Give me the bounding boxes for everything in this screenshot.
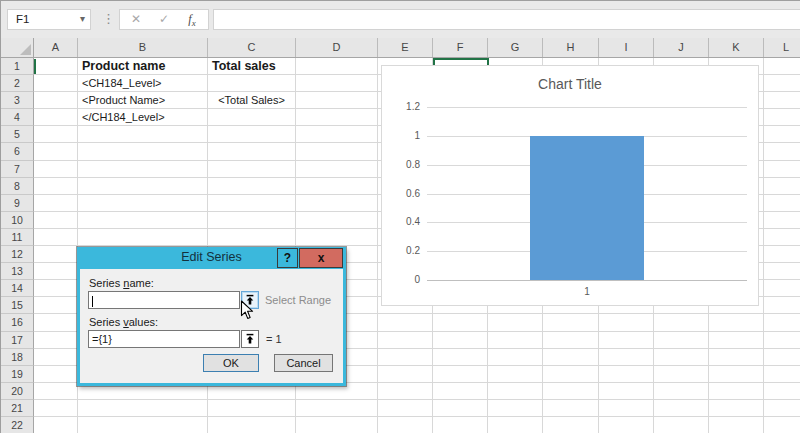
cell-I21[interactable] <box>599 400 654 417</box>
cell-A16[interactable] <box>34 314 78 331</box>
row-header-12[interactable]: 12 <box>1 246 34 263</box>
col-header-J[interactable]: J <box>654 38 709 57</box>
row-header-15[interactable]: 15 <box>1 297 34 314</box>
cell-D1[interactable] <box>296 58 378 75</box>
cell-H21[interactable] <box>543 400 599 417</box>
cell-L18[interactable] <box>764 349 800 366</box>
cell-F20[interactable] <box>433 383 488 400</box>
cell-A4[interactable] <box>34 109 78 126</box>
cell-B4[interactable]: </CH184_Level> <box>78 109 208 126</box>
cell-L5[interactable] <box>764 126 800 143</box>
cell-A9[interactable] <box>34 195 78 212</box>
cell-A17[interactable] <box>34 332 78 349</box>
cell-K17[interactable] <box>709 332 764 349</box>
cell-B7[interactable] <box>78 161 208 178</box>
row-header-1[interactable]: 1 <box>1 58 34 75</box>
cell-L8[interactable] <box>764 178 800 195</box>
cell-C8[interactable] <box>208 178 296 195</box>
cell-H18[interactable] <box>543 349 599 366</box>
cell-L10[interactable] <box>764 212 800 229</box>
cell-E19[interactable] <box>378 366 433 383</box>
row-header-11[interactable]: 11 <box>1 229 34 246</box>
cell-F21[interactable] <box>433 400 488 417</box>
cell-G16[interactable] <box>488 314 543 331</box>
cell-E21[interactable] <box>378 400 433 417</box>
col-header-A[interactable]: A <box>34 38 78 57</box>
cell-A7[interactable] <box>34 161 78 178</box>
cell-G22[interactable] <box>488 417 543 433</box>
cell-A14[interactable] <box>34 280 78 297</box>
cancel-button[interactable]: Cancel <box>274 354 333 372</box>
formula-input[interactable] <box>213 9 800 30</box>
ok-button[interactable]: OK <box>203 354 259 372</box>
row-header-5[interactable]: 5 <box>1 126 34 143</box>
chart-bar[interactable] <box>530 136 644 280</box>
cell-E20[interactable] <box>378 383 433 400</box>
help-button[interactable]: ? <box>277 248 298 268</box>
cell-B11[interactable] <box>78 229 208 246</box>
row-header-16[interactable]: 16 <box>1 314 34 331</box>
cell-K20[interactable] <box>709 383 764 400</box>
cell-G21[interactable] <box>488 400 543 417</box>
col-header-C[interactable]: C <box>208 38 296 57</box>
cell-D7[interactable] <box>296 161 378 178</box>
cell-J20[interactable] <box>654 383 709 400</box>
cell-L6[interactable] <box>764 143 800 160</box>
cell-D5[interactable] <box>296 126 378 143</box>
cell-D2[interactable] <box>296 75 378 92</box>
cell-D21[interactable] <box>296 400 378 417</box>
cell-J16[interactable] <box>654 314 709 331</box>
cell-B2[interactable]: <CH184_Level> <box>78 75 208 92</box>
cell-I20[interactable] <box>599 383 654 400</box>
cell-C1[interactable]: Total sales <box>208 58 296 75</box>
cell-H19[interactable] <box>543 366 599 383</box>
cell-E22[interactable] <box>378 417 433 433</box>
dialog-title-bar[interactable]: Edit Series ? x <box>77 247 346 269</box>
chart-title[interactable]: Chart Title <box>382 76 758 92</box>
cell-C5[interactable] <box>208 126 296 143</box>
cell-L2[interactable] <box>764 75 800 92</box>
row-header-17[interactable]: 17 <box>1 332 34 349</box>
name-box[interactable]: F1 ▾ <box>7 9 91 30</box>
row-header-20[interactable]: 20 <box>1 383 34 400</box>
cell-B22[interactable] <box>78 417 208 433</box>
cell-I19[interactable] <box>599 366 654 383</box>
cell-H16[interactable] <box>543 314 599 331</box>
cell-F17[interactable] <box>433 332 488 349</box>
cell-D6[interactable] <box>296 143 378 160</box>
cell-B3[interactable]: <Product Name> <box>78 92 208 109</box>
cell-B1[interactable]: Product name <box>78 58 208 75</box>
col-header-E[interactable]: E <box>378 38 433 57</box>
row-header-3[interactable]: 3 <box>1 92 34 109</box>
cell-B6[interactable] <box>78 143 208 160</box>
cell-C3[interactable]: <Total Sales> <box>208 92 296 109</box>
row-header-8[interactable]: 8 <box>1 178 34 195</box>
cell-J19[interactable] <box>654 366 709 383</box>
cell-C9[interactable] <box>208 195 296 212</box>
cell-C6[interactable] <box>208 143 296 160</box>
row-header-10[interactable]: 10 <box>1 212 34 229</box>
chart-object[interactable]: Chart Title 00.20.40.60.811.21 <box>381 65 759 306</box>
cell-A1[interactable] <box>34 58 78 75</box>
cell-F22[interactable] <box>433 417 488 433</box>
cell-A8[interactable] <box>34 178 78 195</box>
cell-A3[interactable] <box>34 92 78 109</box>
cell-B10[interactable] <box>78 212 208 229</box>
cell-F18[interactable] <box>433 349 488 366</box>
cell-A20[interactable] <box>34 383 78 400</box>
cell-L9[interactable] <box>764 195 800 212</box>
series-name-input[interactable] <box>88 291 240 309</box>
cell-A5[interactable] <box>34 126 78 143</box>
cell-E17[interactable] <box>378 332 433 349</box>
cell-A6[interactable] <box>34 143 78 160</box>
cell-B21[interactable] <box>78 400 208 417</box>
cell-A15[interactable] <box>34 297 78 314</box>
cell-D3[interactable] <box>296 92 378 109</box>
cell-J17[interactable] <box>654 332 709 349</box>
select-all-corner[interactable] <box>1 38 34 57</box>
cell-L7[interactable] <box>764 161 800 178</box>
cell-A22[interactable] <box>34 417 78 433</box>
cell-L17[interactable] <box>764 332 800 349</box>
cell-C10[interactable] <box>208 212 296 229</box>
cell-C21[interactable] <box>208 400 296 417</box>
